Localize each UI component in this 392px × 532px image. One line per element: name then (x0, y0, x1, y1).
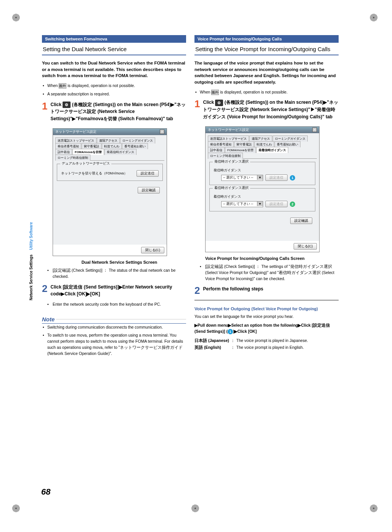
step-instruction: Click ⚙ (各種設定 (Settings)) on the Main sc… (50, 101, 186, 123)
dialog-tab[interactable]: 遠隔アクセス (97, 137, 120, 143)
section-tag: Switching between Foma/mova (42, 35, 186, 43)
close-button[interactable]: 閉じる(C) (141, 247, 165, 253)
left-column: Switching between Foma/mova Setting the … (42, 35, 186, 358)
field-label: 着信時ガイダンス (214, 195, 311, 199)
dialog-tab[interactable]: 発着信時ガイダンス (104, 149, 137, 155)
step-1: 1 Click ⚙ (各種設定 (Settings)) on the Main … (194, 99, 339, 120)
section-tag: Voice Prompt for Incoming/Outgoing Calls (194, 35, 339, 43)
side-tab-black: Network Service Settings (29, 255, 33, 300)
subsection-desc: You can set the language for the voice p… (194, 314, 339, 320)
fieldset: デュアルネットワークサービス ネットワークを切り替える（FOMA/mova） 設… (57, 164, 163, 181)
step-instruction: Click [設定送信 (Send Settings)]▶Enter Netwo… (50, 284, 186, 298)
note-item: Switching during communication disconnec… (42, 324, 186, 330)
dialog-tab-active[interactable]: 発着信時ガイダンス (256, 147, 288, 153)
dialog-tab[interactable]: 転送でんわ (254, 141, 274, 147)
subsection-title: Voice Prompt for Outgoing (Select Voice … (194, 306, 339, 312)
step-number: 1 (42, 101, 47, 123)
fieldset-outgoing: 発信時ガイダンス選択 発信時ガイダンス -- 選択して下さい -- 設定送信 1 (209, 162, 315, 185)
bullet-item: When 圏外 is displayed, operation is not p… (42, 83, 186, 89)
confirm-settings-button[interactable]: 設定確認 (138, 187, 160, 193)
step-number: 1 (194, 99, 200, 120)
option-desc: The voice prompt is played in Japanese. (236, 338, 339, 344)
dialog-tab[interactable]: 番号通知お願い (275, 141, 300, 147)
instruction-line: ▶Pull down menu▶Select an option from th… (194, 322, 339, 335)
badge-1-icon: 1 (228, 329, 233, 334)
bullet-item: A separate subscription is required. (42, 91, 186, 97)
dialog-tab[interactable]: 話中着信 (55, 149, 72, 155)
side-tab-blue: Utility Software (29, 221, 33, 251)
dialog-tab[interactable]: ローミングガイダンス (273, 135, 308, 142)
send-settings-button[interactable]: 設定送信 (137, 170, 159, 177)
right-column: Voice Prompt for Incoming/Outgoing Calls… (194, 35, 339, 358)
page-number: 68 (41, 487, 50, 497)
dialog-tabs: 迷惑電話ストップサービス 遠隔アクセス ローミングガイダンス 発信者番号通知 留… (208, 135, 317, 159)
dialog-tab[interactable]: 番号通知お願い (122, 143, 148, 149)
step-note: Enter the network security code from the… (42, 301, 186, 308)
switch-label: ネットワークを切り替える（FOMA/mova） (61, 171, 127, 176)
option-label: 日本語 (Japanese) (194, 338, 229, 344)
antenna-off-icon: 圏外 (59, 83, 66, 89)
confirm-settings-button[interactable]: 設定確認 (290, 218, 312, 224)
intro-text: You can switch to the Dual Network Servi… (42, 60, 186, 79)
option-table: 日本語 (Japanese)：The voice prompt is playe… (194, 338, 339, 351)
crop-mark (369, 13, 378, 22)
option-label: 英語 (English) (194, 345, 229, 351)
dialog-tab[interactable]: 留守番電話 (234, 141, 254, 147)
note-header: Note (42, 316, 186, 324)
dialog-tab[interactable]: 発信者番号通知 (55, 143, 81, 149)
dialog-tab[interactable]: 発信者番号通知 (208, 141, 234, 147)
step-instruction: Perform the following steps (203, 285, 339, 295)
screenshot-caption: Voice Prompt for Incoming/Outgoing Calls… (205, 256, 339, 261)
step-instruction: Click ⚙ (各種設定 (Settings)) on the Main sc… (203, 99, 339, 120)
dialog-tab[interactable]: 迷惑電話ストップサービス (55, 137, 96, 143)
dialog-screenshot: ネットワークサービス設定× 迷惑電話ストップサービス 遠隔アクセス ローミングガ… (205, 126, 320, 252)
close-button[interactable]: 閉じる(C) (294, 243, 317, 250)
dialog-tab[interactable]: 迷惑電話ストップサービス (208, 135, 249, 142)
fieldset-legend: デュアルネットワークサービス (60, 161, 111, 166)
section-title: Setting the Voice Prompt for Incoming/Ou… (194, 44, 339, 55)
gear-icon: ⚙ (63, 102, 71, 108)
crop-mark (11, 13, 21, 22)
dialog-tab[interactable]: ローミングガイダンス (120, 137, 155, 143)
step-2: 2 Click [設定送信 (Send Settings)]▶Enter Net… (42, 284, 186, 298)
crop-mark (11, 504, 21, 513)
bullet-item: When 圏外 is displayed, operation is not p… (194, 89, 339, 95)
gear-icon: ⚙ (215, 100, 223, 106)
dialog-tab-active[interactable]: FOMA/movaを切替 (72, 149, 104, 155)
caption-note: [設定確認 (Check Settings)] ： The status of … (42, 268, 186, 280)
step-1: 1 Click ⚙ (各種設定 (Settings)) on the Main … (42, 101, 186, 123)
note-item: To switch to use mova, perform the opera… (42, 332, 186, 356)
dialog-tab[interactable]: 留守番電話 (82, 143, 101, 149)
send-settings-button[interactable]: 設定送信 (265, 174, 288, 181)
dialog-tab[interactable]: ローミング時着信規制 (55, 155, 90, 161)
section-title: Setting the Dual Network Service (42, 44, 186, 55)
intro-text: The language of the voice prompt that ex… (194, 60, 339, 85)
crop-mark (369, 504, 378, 513)
field-label: 発信時ガイダンス (214, 168, 311, 173)
close-icon[interactable]: × (160, 129, 164, 134)
crop-mark (191, 504, 200, 513)
dialog-title: ネットワークサービス設定 (208, 127, 249, 132)
dialog-tab[interactable]: 遠隔アクセス (249, 135, 272, 142)
dialog-tabs: 迷惑電話ストップサービス 遠隔アクセス ローミングガイダンス 発信者番号通知 留… (55, 137, 164, 161)
step-number: 2 (194, 285, 200, 295)
dialog-tab[interactable]: ローミング時着信規制 (208, 153, 243, 159)
fieldset-incoming: 着信時ガイダンス選択 着信時ガイダンス -- 選択して下さい -- 設定送信 2 (209, 188, 315, 211)
dialog-tab[interactable]: 話中着信 (208, 147, 225, 153)
fieldset-legend: 発信時ガイダンス選択 (213, 160, 250, 164)
dialog-screenshot: ネットワークサービス設定× 迷惑電話ストップサービス 遠隔アクセス ローミングガ… (53, 128, 167, 256)
outgoing-select[interactable]: -- 選択して下さい -- (221, 175, 263, 181)
close-icon[interactable]: × (312, 127, 317, 132)
option-desc: The voice prompt is played in English. (236, 345, 339, 351)
dialog-tab[interactable]: 転送でんわ (102, 143, 122, 149)
antenna-off-icon: 圏外 (211, 90, 219, 95)
send-settings-button[interactable]: 設定送信 (265, 201, 288, 207)
screenshot-caption: Dual Network Service Settings Screen (53, 260, 186, 264)
step-2: 2 Perform the following steps (194, 285, 339, 295)
section-tabs: Utility Software Network Service Setting… (29, 221, 33, 304)
dialog-tab[interactable]: FOMA/movaを切替 (225, 147, 256, 153)
dialog-title: ネットワークサービス設定 (55, 129, 96, 134)
fieldset-legend: 着信時ガイダンス選択 (213, 186, 250, 190)
incoming-select[interactable]: -- 選択して下さい -- (221, 201, 263, 207)
badge-2-icon: 2 (290, 202, 295, 207)
